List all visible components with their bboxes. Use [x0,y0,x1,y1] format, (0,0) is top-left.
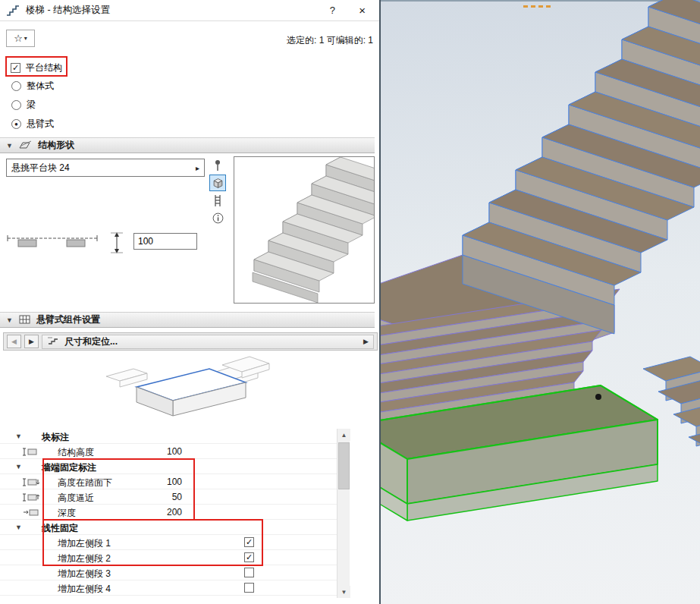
table-group-block-annotation[interactable]: ▼ 块标注 [0,429,337,444]
row-label: 高度在踏面下 [58,477,112,489]
component-sketch [97,351,272,429]
3d-viewport[interactable] [381,0,700,604]
row-label: 增加左侧段 4 [58,583,111,596]
collapse-triangle-icon[interactable]: ▼ [15,524,22,531]
height-approach-icon [21,492,41,505]
platform-structure-checkbox[interactable]: ✓ [11,63,20,73]
geometry-positioning-button[interactable]: 尺寸和定位... ▶ [42,335,374,349]
depth-icon [21,508,41,520]
grid-icon [19,313,30,327]
row-value[interactable]: 100 [135,477,182,487]
selection-info: 选定的: 1 可编辑的: 1 [287,34,373,47]
row-label: 增加左侧段 1 [58,537,111,550]
next-component-button[interactable]: ▶ [24,335,39,348]
stair-settings-dialog: 楼梯 - 结构选择设置 ? × ☆ ▾ 选定的: 1 可编辑的: 1 ✓ 平台结… [0,0,381,604]
collapse-triangle-icon[interactable]: ▼ [15,433,22,440]
check-mark: ✓ [12,64,19,72]
radio-circle[interactable] [11,81,21,91]
scheme-icon [19,139,32,153]
radio-circle[interactable]: ● [11,119,21,129]
radio-label: 整体式 [27,80,54,93]
table-row-add-left-segment-4[interactable]: 增加左侧段 4 [0,580,337,596]
row-checkbox[interactable]: ✓ [244,537,254,547]
group-label: 块标注 [42,431,69,444]
height-under-tread-icon [21,477,41,489]
previous-component-button[interactable]: ◀ [7,335,21,348]
collapse-triangle-icon[interactable]: ▼ [6,142,13,149]
platform-structure-label: 平台结构 [26,61,62,74]
favorites-button[interactable]: ☆ ▾ [6,30,35,47]
scroll-up-button[interactable]: ▲ [337,429,350,441]
radio-label: 悬臂式 [27,118,54,131]
radio-dot: ● [14,121,18,127]
parameter-table: ▼ 块标注 结构高度 100 ▼ 墙端固定标注 高度在踏面下 100 [0,429,337,596]
scrollbar-thumb[interactable] [338,442,350,489]
table-row-structure-height[interactable]: 结构高度 100 [0,444,337,459]
row-label: 增加左侧段 2 [58,552,111,565]
check-mark: ✓ [246,538,253,546]
platform-structure-checkbox-row[interactable]: ✓ 平台结构 [11,61,62,74]
row-checkbox[interactable] [244,568,254,577]
expand-arrow-icon: ▶ [363,338,369,345]
collapse-triangle-icon[interactable]: ▼ [6,316,13,324]
scroll-down-button[interactable]: ▼ [337,586,350,598]
group-label: 线性固定 [42,522,78,535]
structure-height-icon [21,447,41,459]
row-label: 增加左侧段 3 [58,568,111,580]
row-label: 结构高度 [58,446,94,459]
check-mark: ✓ [246,553,253,562]
radio-monolithic[interactable]: 整体式 [11,80,54,93]
row-checkbox[interactable]: ✓ [244,552,254,562]
structure-height-input[interactable] [133,233,197,250]
section-header-structure-shape[interactable]: ▼ 结构形状 [0,137,375,153]
ruler-icon [47,335,59,348]
component-navbar: ◀ ▶ 尺寸和定位... ▶ [3,332,378,351]
row-value[interactable]: 50 [135,492,182,502]
dropdown-value: 悬挑平台块 24 [11,162,196,175]
radio-circle[interactable] [11,100,21,110]
row-label: 深度 [58,507,76,520]
star-icon: ☆ [14,33,23,44]
radio-label: 梁 [27,99,36,112]
dialog-toolbar: ☆ ▾ 选定的: 1 可编辑的: 1 [0,21,379,50]
row-label: 高度逼近 [58,492,94,505]
screenshot-root: 楼梯 - 结构选择设置 ? × ☆ ▾ 选定的: 1 可编辑的: 1 ✓ 平台结… [0,0,700,604]
cube-3d-view-icon[interactable] [209,175,226,191]
radio-cantilever[interactable]: ● 悬臂式 [11,118,54,131]
dropdown-arrow-icon: ▸ [196,164,199,172]
group-label: 墙端固定标注 [42,461,96,474]
table-row-add-left-segment-3[interactable]: 增加左侧段 3 [0,565,337,580]
close-button[interactable]: × [353,3,372,17]
hotspot-dot[interactable] [595,394,601,400]
table-group-linear-fixing[interactable]: ▼ 线性固定 [0,520,337,535]
section-header-cantilever-components[interactable]: ▼ 悬臂式组件设置 [0,312,375,328]
section-ladder-icon[interactable] [209,192,226,209]
table-scrollbar[interactable]: ▲ ▼ [337,429,350,598]
chevron-down-icon: ▾ [24,35,27,42]
table-row-height-approach[interactable]: 高度逼近 50 [0,489,337,505]
row-checkbox[interactable] [244,583,254,593]
dialog-title: 楼梯 - 结构选择设置 [26,4,110,17]
section-title: 悬臂式组件设置 [36,313,100,326]
table-row-depth[interactable]: 深度 200 [0,505,337,520]
table-row-add-left-segment-2[interactable]: 增加左侧段 2 ✓ [0,550,337,565]
structure-type-dropdown[interactable]: 悬挑平台块 24 ▸ [6,159,205,177]
table-group-wall-end-fixing[interactable]: ▼ 墙端固定标注 [0,459,337,474]
table-row-add-left-segment-1[interactable]: 增加左侧段 1 ✓ [0,535,337,550]
collapse-triangle-icon[interactable]: ▼ [15,463,22,470]
nav-label: 尺寸和定位... [64,335,118,348]
stair-icon [6,5,20,16]
section-title: 结构形状 [38,139,74,152]
row-value[interactable]: 200 [135,507,182,517]
structure-preview-image [234,156,375,304]
table-row-height-under-tread[interactable]: 高度在踏面下 100 [0,474,337,489]
height-dimension-diagram [6,230,129,259]
help-button[interactable]: ? [325,3,340,17]
info-icon[interactable] [209,209,226,226]
pin-icon[interactable] [209,157,226,174]
dialog-titlebar[interactable]: 楼梯 - 结构选择设置 ? × [0,0,379,21]
radio-beam[interactable]: 梁 [11,99,36,112]
row-value[interactable]: 100 [135,446,182,457]
preview-mode-strip [209,156,229,227]
